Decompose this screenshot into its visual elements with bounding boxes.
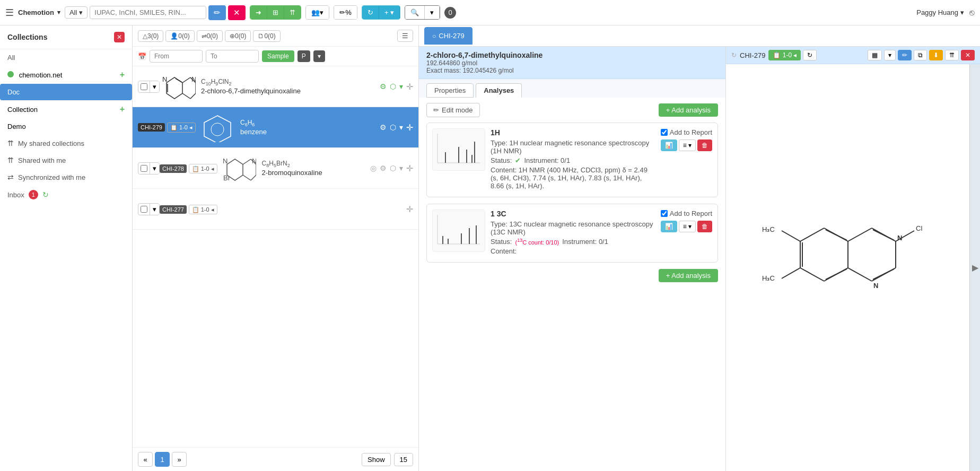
filter-dropdown-btn[interactable]: ▾ [425, 6, 440, 19]
inbox-refresh-icon[interactable]: ↻ [42, 190, 49, 199]
counter-reactions[interactable]: 👤0(0) [165, 30, 194, 42]
list-item-selected[interactable]: CHI-279 📋 1-0 ◂ C6H6 benzene [133, 107, 418, 148]
list-item-chi277[interactable]: ▾ CHI-277 📋 1-0 ◂ ✛ [133, 189, 418, 230]
search-clear-btn[interactable]: ✕ [228, 5, 246, 20]
collection-add-btn2[interactable]: + [120, 104, 125, 114]
chi277-move[interactable]: ✛ [406, 204, 413, 214]
sidebar-close-btn[interactable]: ✕ [114, 32, 125, 42]
bromo-action-3[interactable]: ⬡ [390, 164, 396, 172]
chart-btn-1h[interactable]: 📊 [661, 139, 677, 151]
sidebar-item-inbox[interactable]: Inbox 1 ↻ [0, 186, 132, 204]
chi277-checkbox-dropdown[interactable]: ▾ [150, 204, 159, 215]
page-prev-btn[interactable]: « [138, 452, 153, 467]
item-checkbox[interactable] [141, 83, 147, 90]
sidebar-item-chemotion[interactable]: chemotion.net + [0, 66, 132, 84]
mol-edit-btn[interactable]: ✏ [898, 50, 912, 60]
show-label-btn[interactable]: Show [362, 453, 391, 466]
chi278-checkbox-dropdown[interactable]: ▾ [150, 163, 159, 174]
mol-scroll-btn[interactable]: ▶ [969, 64, 980, 471]
from-date-input[interactable] [150, 50, 203, 63]
expand-icon[interactable]: ▾ [399, 82, 403, 91]
action-forward-btn[interactable]: ➜ [250, 6, 267, 19]
bars-btn-1h[interactable]: ≡ ▾ [679, 139, 696, 151]
benzene-expand[interactable]: ▾ [399, 123, 403, 132]
add-btn[interactable]: + ▾ [379, 6, 400, 19]
tab-properties[interactable]: Properties [426, 83, 474, 98]
sidebar-all-item[interactable]: All [0, 49, 132, 66]
add-report-checkbox-13c[interactable] [661, 210, 668, 217]
user-menu[interactable]: Paggy Huang ▾ [916, 8, 964, 16]
mol-refresh-btn[interactable]: ↻ [803, 50, 817, 60]
detail-tab-chi279[interactable]: ○ CHI-279 [424, 27, 472, 45]
notification-badge[interactable]: 0 [444, 7, 456, 19]
down-toggle-btn[interactable]: ▾ [313, 50, 325, 62]
search-edit-btn[interactable]: ✏ [208, 5, 226, 20]
hamburger-icon[interactable]: ☰ [5, 7, 14, 19]
list-item-chi278[interactable]: ▾ CHI-278 📋 1-0 ◂ [133, 148, 418, 189]
p-toggle-btn[interactable]: P [298, 50, 310, 62]
sidebar-item-doc[interactable]: Doc [0, 84, 132, 100]
user-manage-btn[interactable]: 👥▾ [306, 6, 329, 19]
search-input[interactable] [90, 6, 206, 19]
share-icon: ⇈ [7, 139, 14, 147]
mol-copy-btn[interactable]: ⧉ [914, 50, 927, 60]
mol-view-btn[interactable]: 📋 1-0 ◂ [768, 50, 801, 60]
chi277-checkbox[interactable] [141, 206, 147, 213]
sidebar-item-shared-with-me[interactable]: ⇈ Shared with me [0, 152, 132, 169]
item-checkbox-dropdown[interactable]: ▾ [150, 81, 159, 92]
counter-research[interactable]: 🗋0(0) [253, 30, 280, 42]
brand[interactable]: Chemotion ▾ [18, 8, 60, 16]
action-share-btn[interactable]: ⇈ [284, 6, 301, 19]
chart-btn-13c[interactable]: 📊 [661, 221, 677, 232]
mol-download-btn[interactable]: ⬇ [929, 50, 943, 60]
refresh-btn[interactable]: ↻ [362, 6, 379, 19]
mol-barcode-dropdown-btn[interactable]: ▾ [884, 50, 896, 60]
counter-screens[interactable]: ⊕0(0) [225, 30, 251, 42]
sidebar-item-demo[interactable]: Demo [0, 118, 132, 135]
bromo-action-2[interactable]: ⚙ [380, 164, 387, 172]
add-analysis-btn[interactable]: + Add analysis [659, 103, 718, 117]
per-page-btn[interactable]: 15 [394, 453, 413, 466]
sidebar-item-synchronized[interactable]: ⇄ Synchronized with me [0, 169, 132, 186]
sample-btn[interactable]: Sample [262, 50, 294, 62]
counter-molecules[interactable]: △3(0) [138, 30, 163, 42]
chi278-checkbox[interactable] [141, 165, 147, 172]
bars-btn-13c[interactable]: ≡ ▾ [679, 221, 696, 232]
delete-btn-1h[interactable]: 🗑 [697, 139, 712, 151]
logout-btn[interactable]: ⎋ [969, 8, 975, 18]
page-current-btn[interactable]: 1 [155, 452, 170, 467]
filter-btn[interactable]: 🔍 [405, 6, 425, 19]
search-type-dropdown[interactable]: All ▾ [65, 6, 88, 19]
collection-add-btn[interactable]: + [120, 70, 125, 80]
bromo-move[interactable]: ✛ [406, 163, 413, 173]
tab-analyses[interactable]: Analyses [476, 83, 522, 98]
to-date-input[interactable] [206, 50, 259, 63]
action-icon-2[interactable]: ⬡ [390, 82, 396, 91]
bottom-add-analysis-btn[interactable]: + Add analysis [659, 269, 718, 282]
benzene-move[interactable]: ✛ [406, 123, 413, 133]
brand-dropdown-icon[interactable]: ▾ [57, 9, 60, 16]
chi278-page: 📋 1-0 ◂ [189, 164, 217, 173]
bromo-expand[interactable]: ▾ [399, 164, 403, 172]
mol-share-btn[interactable]: ⇈ [945, 50, 959, 60]
list-item[interactable]: ▾ [133, 66, 418, 107]
sidebar-item-my-shared[interactable]: ⇈ My shared collections [0, 135, 132, 152]
action-copy-btn[interactable]: ⊞ [267, 6, 284, 19]
bromo-action-1[interactable]: ◎ [370, 164, 377, 172]
mol-delete-btn[interactable]: ✕ [961, 50, 975, 60]
edit-btn[interactable]: ✏% [334, 6, 357, 19]
delete-btn-13c[interactable]: 🗑 [697, 221, 712, 232]
benzene-action-1[interactable]: ⚙ [380, 123, 387, 132]
sidebar-item-collection[interactable]: Collection + [0, 100, 132, 118]
benzene-action-2[interactable]: ⬡ [390, 123, 396, 132]
add-report-checkbox-1h[interactable] [661, 129, 668, 136]
sync-icon: ⇄ [7, 173, 14, 181]
mol-barcode-btn[interactable]: ▦ [868, 50, 882, 60]
edit-mode-btn[interactable]: ✏ Edit mode [426, 103, 480, 117]
page-buttons: « 1 » [138, 452, 187, 467]
counter-wellplates[interactable]: ⇌0(0) [197, 30, 223, 42]
move-icon[interactable]: ✛ [406, 82, 413, 92]
filter-options-btn[interactable]: ☰ [397, 30, 413, 42]
action-icon-1[interactable]: ⚙ [380, 82, 387, 91]
page-next-btn[interactable]: » [172, 452, 187, 467]
